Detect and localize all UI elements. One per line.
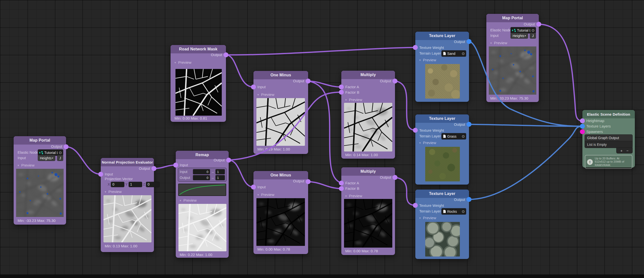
remap-input-row: Input 0 ↔ 1 [180, 169, 225, 175]
node-title: Elastic Scene Definition [582, 110, 635, 118]
preview-foldout-label: Preview [423, 140, 436, 145]
node-normal-projection-evaluator[interactable]: Normal Projection Evaluator Output Input… [101, 158, 154, 252]
preview-foldout[interactable]: ▼Preview [419, 216, 436, 220]
preview-foldout[interactable]: ▼Preview [345, 194, 362, 198]
minmax-readout: Min: 0.00 Max: 0.78 [345, 249, 378, 253]
node-title-text: Multiply [360, 73, 376, 77]
preview-image [489, 46, 536, 95]
chevron-down-icon: ▼ [524, 35, 528, 37]
object-picker-icon[interactable]: ⊙ [460, 51, 466, 56]
vector-row: X 0 Y 1 Z 0 [108, 182, 160, 187]
node-multiply-bottom[interactable]: Multiply Output Factor A Factor B ▼Previ… [341, 167, 395, 255]
graph-object-field[interactable]: Tutorial La ⊙ [510, 27, 536, 33]
foldout-triangle-icon: ▼ [419, 217, 421, 219]
z-field[interactable]: 0 [146, 182, 160, 187]
node-map-portal-top-right[interactable]: Map Portal Output Elastic Node G Tutoria… [486, 14, 539, 102]
node-title-text: Texture Layer [429, 34, 455, 38]
preview-foldout[interactable]: ▼Preview [345, 98, 362, 102]
factor-a-port-label: Factor A [345, 181, 359, 185]
node-texture-layer-grass[interactable]: Texture Layer Output Texture Weight Terr… [415, 114, 469, 185]
preview-foldout[interactable]: ▼Preview [257, 92, 274, 97]
buffer-info-box: ! Up to 20 Buffers. At 512x512 up to 20M… [585, 155, 632, 169]
terrain-layer-object-field[interactable]: Sand ⊙ [442, 50, 466, 57]
preview-image [256, 98, 305, 146]
node-multiply-top[interactable]: Multiply Output Factor A Factor B ▼Previ… [341, 71, 395, 159]
node-title-text: Map Portal [30, 138, 50, 142]
preview-foldout-label: Preview [261, 92, 274, 97]
window-bottom-edge [0, 275, 644, 278]
minmax-readout: Min: 0.19 Max: 1.00 [258, 147, 290, 151]
j-button[interactable]: J [530, 33, 536, 38]
input-dropdown-value: Heights [510, 34, 524, 38]
output-port-label: Output [454, 122, 465, 127]
preview-foldout[interactable]: ▼Preview [257, 192, 274, 197]
terrain-layer-object-field[interactable]: Grass ⊙ [442, 133, 466, 139]
graph-canvas[interactable]: Map Portal Output Elastic Node Gr Tutori… [0, 0, 644, 278]
node-title: Texture Layer [415, 32, 469, 40]
input-dropdown[interactable]: Heights ▼ [38, 155, 55, 161]
terrain-layer-object-field[interactable]: Rocks ⊙ [442, 208, 466, 215]
object-picker-icon[interactable]: ⊙ [460, 209, 466, 214]
j-button[interactable]: J [57, 155, 63, 161]
preview-foldout[interactable]: ▼Preview [17, 163, 34, 167]
z-label: Z [143, 182, 145, 186]
add-item-button[interactable]: + [620, 148, 622, 153]
preview-foldout[interactable]: ▼Preview [179, 198, 196, 202]
texture-weight-port-label: Texture Weight [419, 45, 444, 50]
preview-foldout[interactable]: ▼Preview [174, 60, 191, 64]
node-texture-layer-rocks[interactable]: Texture Layer Output Texture Weight Terr… [415, 190, 469, 259]
preview-image [104, 195, 152, 242]
remap-output-max-field[interactable]: 1 [216, 175, 225, 180]
node-title: Multiply [341, 167, 395, 176]
object-picker-icon[interactable]: ⊙ [530, 28, 536, 33]
input-field-label: Input [18, 156, 26, 160]
graph-object-field[interactable]: Tutorial La ⊙ [38, 149, 63, 156]
preview-foldout-label: Preview [423, 58, 436, 62]
node-elastic-scene-definition[interactable]: Elastic Scene Definition Heightmap Textu… [582, 110, 635, 167]
terrain-layer-label: Terrain Layer [419, 51, 441, 56]
preview-foldout[interactable]: ▼Preview [490, 41, 507, 45]
node-one-minus-bottom[interactable]: One Minus Output Input ▼Preview Min: 0.0… [254, 171, 308, 254]
y-label: Y [125, 182, 128, 186]
remove-item-button[interactable]: − [626, 148, 629, 153]
node-one-minus-top[interactable]: One Minus Output Input ▼Preview Min: 0.1… [254, 71, 308, 154]
input-dropdown-value: Heights [38, 156, 52, 160]
y-field[interactable]: 1 [129, 182, 142, 187]
preview-foldout[interactable]: ▼Preview [419, 58, 436, 62]
remap-output-row: Output 0 ↔ 1 [180, 175, 225, 181]
projection-vector-label: Projection Vector [105, 177, 133, 181]
foldout-triangle-icon: ▼ [17, 164, 20, 167]
node-road-network-mask[interactable]: Road Network Mask Output ▼Preview Min: 0… [170, 45, 226, 122]
list-header: Global Graph Output [585, 135, 632, 141]
minmax-readout: Min: 0.13 Max: 1.00 [105, 244, 137, 248]
remap-output-min-value: 0 [207, 176, 208, 180]
remap-input-max-field[interactable]: 1 [216, 169, 225, 174]
remap-input-max-value: 1 [217, 170, 219, 174]
foldout-triangle-icon: ▼ [345, 195, 347, 197]
remap-input-min-field[interactable]: 0 [193, 169, 210, 174]
preview-foldout-label: Preview [349, 98, 362, 102]
preview-foldout[interactable]: ▼Preview [104, 190, 122, 194]
node-graph-icon [39, 151, 43, 154]
output-port-label: Output [211, 53, 222, 57]
texture-weight-port-label: Texture Weight [419, 128, 444, 133]
remap-output-min-field[interactable]: 0 [193, 175, 210, 180]
object-picker-icon[interactable]: ⊙ [460, 134, 466, 139]
heightmap-port-label: Heightmap [586, 119, 604, 123]
graph-field-label: Elastic Node G [490, 28, 512, 32]
node-texture-layer-sand[interactable]: Texture Layer Output Texture Weight Terr… [415, 32, 469, 102]
preview-image [178, 204, 226, 251]
node-map-portal-bottom-left[interactable]: Map Portal Output Elastic Node Gr Tutori… [14, 136, 66, 225]
object-picker-icon[interactable]: ⊙ [58, 150, 63, 155]
node-title-text: Texture Layer [429, 191, 455, 196]
preview-foldout[interactable]: ▼Preview [419, 140, 436, 145]
remap-curve-widget[interactable] [178, 184, 226, 196]
preview-foldout-label: Preview [108, 190, 122, 194]
x-label: X [108, 182, 110, 186]
z-value: 0 [148, 182, 160, 186]
node-remap[interactable]: Remap Output Input Input 0 ↔ 1 Output 0 … [176, 151, 229, 258]
node-title: One Minus [254, 171, 308, 179]
input-dropdown[interactable]: Heights ▼ [510, 33, 528, 38]
x-field[interactable]: 0 [111, 182, 124, 187]
list-empty-row: List is Empty [585, 141, 632, 148]
